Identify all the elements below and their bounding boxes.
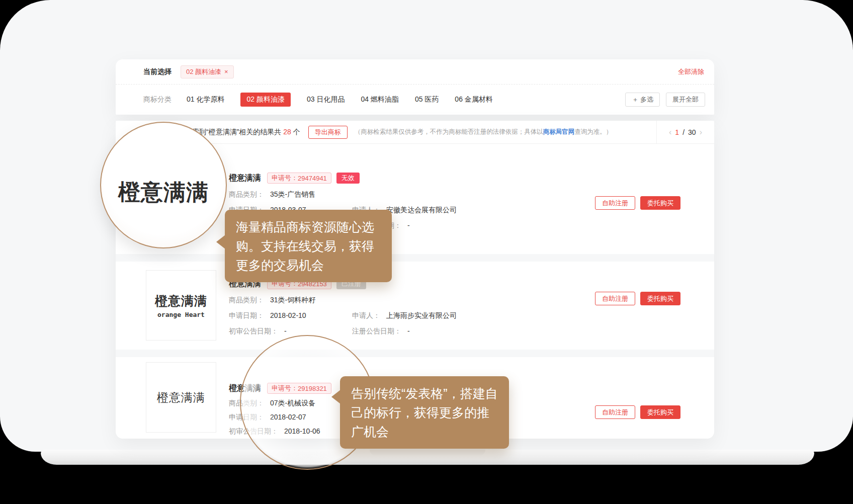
- category-field-value: 35类-广告销售: [270, 190, 315, 199]
- laptop-base: [41, 450, 814, 465]
- trademark-name[interactable]: 橙意满满: [229, 383, 261, 394]
- filter-panel: 当前选择 02 颜料油漆 × 全部清除 商标分类 01 化学原料 02 颜料油漆…: [116, 59, 714, 115]
- category-label: 商标分类: [143, 95, 172, 104]
- thumbnail-subtext: orange Heart: [157, 311, 205, 318]
- result-row-2: 橙意满满 orange Heart 橙意满满 申请号：29482153 已注册 …: [116, 262, 714, 350]
- results-summary-unit: 个: [291, 128, 300, 136]
- self-register-button[interactable]: 自助注册: [595, 292, 635, 305]
- trademark-name[interactable]: 橙意满满: [229, 173, 261, 184]
- application-number-value: 29198321: [298, 385, 327, 392]
- tooltip-promotion-text: 告别传统“发表格”，搭建自己的标行，获得更多的推广机会: [351, 386, 498, 439]
- row-actions: 自助注册 委托购买: [595, 292, 680, 305]
- clear-all-button[interactable]: 全部清除: [678, 67, 704, 76]
- first-publication-label: 初审公告日期：: [229, 427, 278, 436]
- thumbnail-text: 橙意满满: [155, 293, 207, 309]
- apply-date-label: 申请日期：: [229, 413, 264, 422]
- registration-publication-value: -: [407, 221, 410, 230]
- filter-buttons: ＋ 多选 展开全部: [625, 93, 705, 107]
- self-register-button[interactable]: 自助注册: [595, 405, 635, 419]
- laptop-base-notch: [370, 450, 485, 456]
- row-actions: 自助注册 委托购买: [595, 405, 680, 419]
- pagination-prev-icon[interactable]: ‹: [669, 128, 671, 137]
- category-item-02-active[interactable]: 02 颜料油漆: [240, 93, 290, 107]
- trademark-office-link[interactable]: 商标局官网: [543, 128, 575, 135]
- pagination-separator: /: [683, 128, 685, 136]
- first-publication-value: 2018-10-06: [284, 427, 320, 436]
- entrust-buy-button[interactable]: 委托购买: [640, 405, 680, 419]
- apply-date-value: 2018-02-07: [270, 413, 306, 422]
- application-number-label: 申请号：: [272, 384, 298, 393]
- pagination-current: 1: [675, 128, 679, 136]
- disclaimer-text: （商标检索结果仅供参考，不作为商标能否注册的法律依据；具体以商标局官网查询为准。…: [355, 128, 613, 136]
- selected-filter-tag[interactable]: 02 颜料油漆 ×: [181, 65, 234, 78]
- selected-filter-tag-text: 02 颜料油漆: [186, 67, 221, 76]
- category-item-03[interactable]: 03 日化用品: [307, 93, 345, 107]
- category-item-05[interactable]: 05 医药: [415, 93, 439, 107]
- entrust-buy-button[interactable]: 委托购买: [640, 292, 680, 305]
- category-field-label: 商品类别：: [229, 190, 264, 199]
- applicant-label: 申请人：: [352, 311, 380, 320]
- status-badge: 无效: [336, 173, 360, 184]
- apply-date-value: 2018-02-10: [270, 311, 306, 320]
- self-register-button[interactable]: 自助注册: [595, 196, 635, 210]
- registration-publication-label: 注册公告日期：: [352, 327, 401, 336]
- category-field-label: 商品类别：: [229, 399, 264, 408]
- pagination: ‹ 1 / 30 ›: [656, 121, 714, 144]
- page: 当前选择 02 颜料油漆 × 全部清除 商标分类 01 化学原料 02 颜料油漆…: [0, 0, 853, 504]
- pagination-next-icon[interactable]: ›: [700, 128, 702, 137]
- close-icon[interactable]: ×: [224, 68, 228, 75]
- category-row: 商标分类 01 化学原料 02 颜料油漆 03 日化用品 04 燃料油脂 05 …: [116, 85, 714, 115]
- apply-date-label: 申请日期：: [229, 311, 264, 320]
- export-trademark-button[interactable]: 导出商标: [308, 126, 348, 139]
- result-details: 橙意满满 申请号：29482153 已注册 商品类别：31类-饲料种籽 申请日期…: [229, 278, 457, 337]
- current-selection-label: 当前选择: [143, 67, 172, 76]
- disclaimer-pre: （商标检索结果仅供参考，不作为商标能否注册的法律依据；具体以: [355, 128, 543, 135]
- thumbnail-text: 橙意满满: [157, 390, 205, 405]
- entrust-buy-button[interactable]: 委托购买: [640, 196, 680, 210]
- category-item-06[interactable]: 06 金属材料: [455, 93, 492, 107]
- first-publication-label: 初审公告日期：: [229, 327, 278, 336]
- category-field-label: 商品类别：: [229, 296, 264, 305]
- magnifier-circle-1: 橙意满满: [100, 122, 227, 248]
- category-item-01[interactable]: 01 化学原料: [187, 93, 224, 107]
- application-number-tag: 申请号：29198321: [267, 383, 331, 394]
- current-selection-row: 当前选择 02 颜料油漆 × 全部清除: [116, 59, 714, 85]
- disclaimer-post: 查询为准。）: [574, 128, 612, 135]
- row-divider: [116, 350, 714, 357]
- category-field-value: 07类-机械设备: [270, 399, 315, 408]
- applicant-value: 上海雨步实业有限公司: [386, 311, 457, 320]
- tooltip-marketplace-text: 海量精品商标资源随心选购。支持在线交易，获得更多的交易机会: [236, 220, 374, 272]
- row-actions: 自助注册 委托购买: [595, 196, 680, 210]
- first-publication-value: -: [284, 327, 287, 336]
- applicant-value: 安徽美达会展有限公司: [386, 206, 457, 215]
- results-count: 28: [283, 128, 291, 136]
- tooltip-promotion: 告别传统“发表格”，搭建自己的标行，获得更多的推广机会: [340, 376, 509, 449]
- pagination-total: 30: [688, 128, 696, 136]
- application-number-value: 29474941: [298, 175, 327, 182]
- application-number-label: 申请号：: [272, 174, 298, 183]
- registration-publication-value: -: [407, 327, 410, 336]
- trademark-thumbnail[interactable]: 橙意满满 orange Heart: [146, 270, 216, 341]
- row-divider: [116, 254, 714, 262]
- magnified-trademark-text: 橙意满满: [118, 178, 209, 207]
- application-number-tag: 申请号：29474941: [267, 173, 331, 184]
- expand-all-button[interactable]: 展开全部: [666, 93, 705, 107]
- trademark-thumbnail[interactable]: 橙意满满: [146, 362, 216, 433]
- tooltip-marketplace: 海量精品商标资源随心选购。支持在线交易，获得更多的交易机会: [225, 210, 392, 282]
- category-field-value: 31类-饲料种籽: [270, 296, 315, 305]
- category-item-04[interactable]: 04 燃料油脂: [361, 93, 398, 107]
- multi-select-button[interactable]: ＋ 多选: [625, 93, 660, 107]
